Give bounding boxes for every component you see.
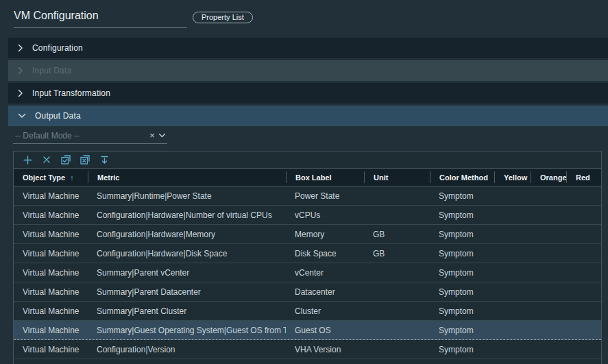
table-cell: Virtual Machine: [14, 249, 88, 258]
table-row[interactable]: Virtual MachineSummary|Runtime|Power Sta…: [14, 186, 601, 206]
column-header-label: Object Type: [23, 173, 65, 182]
column-header-object-type[interactable]: Object Type↑: [14, 171, 88, 183]
table-cell: Summary|Runtime|Power State: [88, 191, 286, 201]
select-all-icon[interactable]: [56, 155, 75, 165]
grid-body: Virtual MachineSummary|Runtime|Power Sta…: [14, 186, 601, 359]
table-row[interactable]: Virtual MachineSummary|Parent Datacenter…: [14, 282, 601, 302]
table-row[interactable]: Virtual MachineConfiguration|VersionVHA …: [14, 340, 601, 359]
section-configuration[interactable]: Configuration: [8, 38, 608, 58]
sort-ascending-icon: ↑: [70, 173, 74, 182]
table-cell: Symptom: [430, 287, 494, 297]
import-icon[interactable]: [95, 156, 114, 165]
table-row[interactable]: Virtual MachineSummary|Parent ClusterClu…: [14, 302, 601, 321]
table-row[interactable]: Virtual MachineConfiguration|Hardware|Di…: [14, 244, 601, 263]
mode-select-value: -- Default Mode --: [13, 131, 146, 141]
table-cell: Virtual Machine: [14, 191, 88, 201]
section-input-data: Input Data: [8, 60, 608, 81]
table-cell: GB: [364, 249, 430, 258]
table-cell: Symptom: [430, 345, 494, 354]
dashboard-name-input[interactable]: [14, 7, 187, 28]
table-cell: VHA Version: [286, 345, 364, 354]
table-cell: Configuration|Version: [88, 345, 286, 354]
table-cell: Virtual Machine: [14, 230, 88, 239]
column-header-yellow[interactable]: Yellow: [494, 171, 531, 183]
table-cell: vCenter: [286, 268, 364, 278]
table-cell: Configuration|Hardware|Disk Space: [88, 249, 286, 258]
column-header-red[interactable]: Red: [566, 171, 601, 183]
column-header-label: Yellow: [504, 173, 527, 182]
table-cell: Configuration|Hardware|Memory: [88, 230, 286, 239]
table-cell: Summary|Guest Operating System|Guest OS …: [88, 326, 286, 335]
column-header-label: Color Method: [439, 173, 488, 182]
table-cell: Virtual Machine: [14, 287, 88, 297]
table-cell: Configuration|Hardware|Number of virtual…: [88, 210, 286, 220]
column-header-metric[interactable]: Metric: [88, 171, 286, 183]
column-header-label: Box Label: [295, 173, 332, 182]
column-header-orange[interactable]: Orange: [531, 171, 566, 183]
column-header-label: Red: [576, 173, 590, 182]
column-header-box-label[interactable]: Box Label: [286, 171, 364, 183]
property-list-button[interactable]: Property List: [193, 12, 253, 23]
table-cell: Summary|Parent Datacenter: [88, 287, 286, 297]
output-data-grid: Object Type↑MetricBox LabelUnitColor Met…: [13, 151, 602, 364]
table-row[interactable]: Virtual MachineSummary|Guest Operating S…: [14, 321, 601, 340]
table-cell: Symptom: [430, 249, 494, 258]
grid-header-row: Object Type↑MetricBox LabelUnitColor Met…: [14, 168, 601, 186]
table-row[interactable]: Virtual MachineConfiguration|Hardware|Nu…: [14, 206, 601, 225]
table-cell: Memory: [286, 230, 364, 239]
chevron-right-icon: [18, 44, 23, 52]
table-cell: Disk Space: [286, 249, 364, 258]
table-cell: Power State: [286, 191, 364, 201]
grid-toolbar: [14, 151, 601, 168]
chevron-right-icon: [18, 66, 23, 75]
table-row[interactable]: Virtual MachineConfiguration|Hardware|Me…: [14, 225, 601, 244]
table-cell: Symptom: [430, 306, 494, 316]
section-label: Input Data: [32, 66, 71, 75]
table-cell: Cluster: [286, 306, 364, 316]
table-cell: Symptom: [430, 268, 494, 278]
section-label: Input Transformation: [32, 88, 110, 98]
mode-select[interactable]: -- Default Mode -- ×: [13, 128, 167, 144]
table-cell: Symptom: [430, 191, 494, 201]
deselect-all-icon[interactable]: [75, 155, 95, 165]
table-cell: Virtual Machine: [14, 345, 88, 354]
chevron-down-icon: [18, 113, 26, 119]
table-cell: Guest OS: [286, 326, 364, 335]
table-cell: Summary|Parent vCenter: [88, 268, 286, 278]
remove-icon[interactable]: [37, 156, 56, 164]
section-label: Output Data: [35, 111, 81, 121]
table-row[interactable]: Virtual MachineSummary|Parent vCentervCe…: [14, 263, 601, 282]
column-header-color-method[interactable]: Color Method: [430, 171, 494, 183]
table-cell: Virtual Machine: [14, 326, 88, 335]
column-header-label: Metric: [97, 173, 119, 182]
table-cell: Virtual Machine: [14, 268, 88, 278]
table-cell: vCPUs: [286, 210, 364, 220]
column-header-label: Orange: [540, 173, 566, 182]
table-cell: Symptom: [430, 326, 494, 335]
chevron-down-icon[interactable]: [158, 133, 166, 138]
table-cell: Symptom: [430, 210, 494, 220]
column-header-label: Unit: [374, 173, 388, 182]
table-cell: Summary|Parent Cluster: [88, 306, 286, 316]
section-output-data[interactable]: Output Data: [8, 106, 608, 126]
clear-icon[interactable]: ×: [146, 130, 158, 141]
table-cell: Virtual Machine: [14, 306, 88, 316]
table-cell: Symptom: [430, 230, 494, 239]
chevron-right-icon: [18, 89, 23, 97]
add-icon[interactable]: [18, 156, 37, 165]
table-cell: GB: [364, 230, 430, 239]
section-label: Configuration: [32, 43, 83, 53]
table-cell: Datacenter: [286, 287, 364, 297]
section-input-transformation[interactable]: Input Transformation: [8, 83, 608, 104]
table-cell: Virtual Machine: [14, 210, 88, 220]
column-header-unit[interactable]: Unit: [364, 171, 430, 183]
